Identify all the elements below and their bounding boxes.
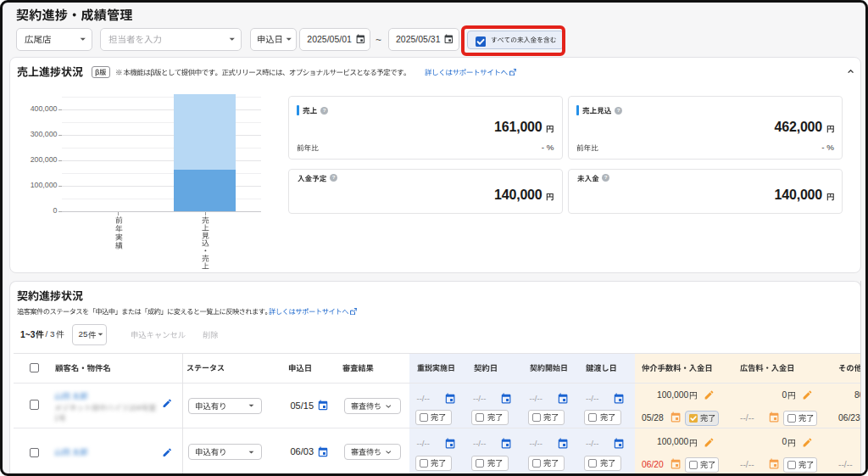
svg-text:?: ? — [322, 107, 326, 113]
svg-text:?: ? — [332, 175, 336, 181]
svg-text:?: ? — [604, 175, 608, 181]
svg-text:?: ? — [617, 107, 620, 113]
